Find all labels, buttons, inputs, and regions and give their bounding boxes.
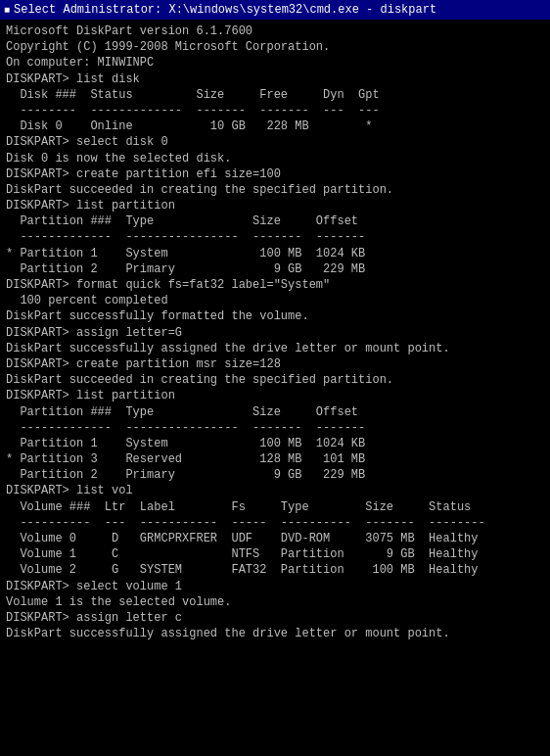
console-line: DISKPART> assign letter c <box>6 610 544 626</box>
console-line: ---------- --- ----------- ----- -------… <box>6 515 544 531</box>
console-line: DiskPart successfully assigned the drive… <box>6 341 544 356</box>
console-line: Disk ### Status Size Free Dyn Gpt <box>6 87 544 103</box>
console-line: DISKPART> list disk <box>6 71 544 87</box>
console-line: Partition 2 Primary 9 GB 229 MB <box>6 261 544 277</box>
console-line: Volume 1 is the selected volume. <box>6 594 544 610</box>
console-line: DISKPART> list vol <box>6 483 544 498</box>
title-bar-icon: ■ <box>4 5 10 16</box>
console-line: Partition 2 Primary 9 GB 229 MB <box>6 467 544 483</box>
console-line: DISKPART> format quick fs=fat32 label="S… <box>6 277 544 293</box>
console-line: Volume 0 D GRMCPRXFRER UDF DVD-ROM 3075 … <box>6 531 544 546</box>
console-line: On computer: MINWINPC <box>6 55 544 71</box>
console-line: DISKPART> assign letter=G <box>6 325 544 341</box>
console-line: DiskPart successfully assigned the drive… <box>6 626 544 641</box>
console-line: DiskPart succeeded in creating the speci… <box>6 182 544 198</box>
console-line: Partition 1 System 100 MB 1024 KB <box>6 436 544 451</box>
console-line: Volume ### Ltr Label Fs Type Size Status <box>6 499 544 515</box>
console-line: Disk 0 is now the selected disk. <box>6 151 544 166</box>
console-line: Partition ### Type Size Offset <box>6 213 544 229</box>
console-line: DISKPART> list partition <box>6 388 544 403</box>
title-bar: ■ Select Administrator: X:\windows\syste… <box>0 0 550 20</box>
console-line: * Partition 3 Reserved 128 MB 101 MB <box>6 451 544 467</box>
console-line: DiskPart successfully formatted the volu… <box>6 308 544 324</box>
console-line: DISKPART> create partition msr size=128 <box>6 356 544 372</box>
window: ■ Select Administrator: X:\windows\syste… <box>0 0 550 756</box>
console-line: ------------- ---------------- ------- -… <box>6 420 544 436</box>
console-line: Microsoft DiskPart version 6.1.7600 <box>6 24 544 39</box>
console-line: * Partition 1 System 100 MB 1024 KB <box>6 246 544 261</box>
console-line: 100 percent completed <box>6 293 544 308</box>
console-line: Partition ### Type Size Offset <box>6 404 544 420</box>
console-line: DISKPART> create partition efi size=100 <box>6 166 544 182</box>
console-line: DISKPART> select volume 1 <box>6 579 544 594</box>
console-line: Volume 2 G SYSTEM FAT32 Partition 100 MB… <box>6 562 544 578</box>
console-area[interactable]: Microsoft DiskPart version 6.1.7600Copyr… <box>0 20 550 756</box>
console-line: DISKPART> list partition <box>6 198 544 213</box>
console-line: -------- ------------- ------- ------- -… <box>6 103 544 118</box>
console-line: DISKPART> select disk 0 <box>6 134 544 150</box>
console-line: DiskPart succeeded in creating the speci… <box>6 372 544 388</box>
title-bar-label: Select Administrator: X:\windows\system3… <box>14 3 436 17</box>
console-line: Volume 1 C NTFS Partition 9 GB Healthy <box>6 546 544 562</box>
console-line: Copyright (C) 1999-2008 Microsoft Corpor… <box>6 39 544 55</box>
console-line: Disk 0 Online 10 GB 228 MB * <box>6 118 544 134</box>
console-line: ------------- ---------------- ------- -… <box>6 229 544 245</box>
